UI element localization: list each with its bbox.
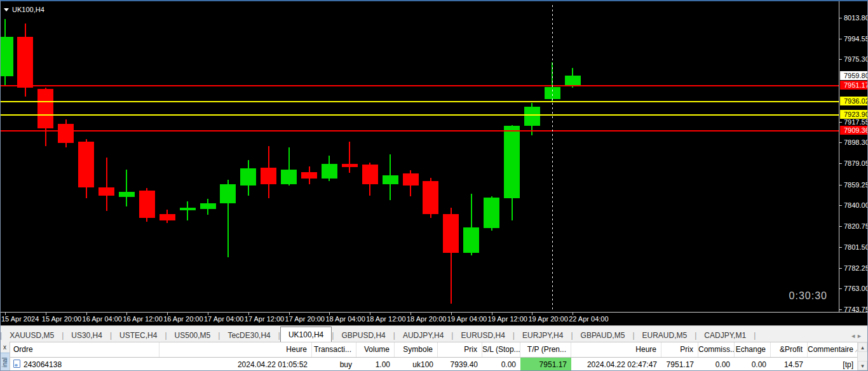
column-header-0[interactable]: Ordre bbox=[10, 342, 159, 357]
order-cell-3: 1.00 bbox=[356, 358, 395, 371]
time-axis-label: 18 Apr 04:00 bbox=[325, 315, 365, 323]
order-row[interactable]: 2430641382024.04.22 01:05:52buy1.00uk100… bbox=[10, 358, 858, 371]
column-header-12[interactable]: &Profit bbox=[771, 342, 808, 357]
column-header-6[interactable]: S/L (Stop... bbox=[482, 342, 520, 357]
column-header-5[interactable]: Prix bbox=[438, 342, 482, 357]
chart-tab-tecde30-h4[interactable]: TecDE30,H4 bbox=[220, 328, 278, 342]
candle-body bbox=[0, 37, 13, 76]
column-header-10[interactable]: Commiss... bbox=[698, 342, 735, 357]
chart-tab-us30-h4[interactable]: US30,H4 bbox=[64, 328, 110, 342]
order-cell-8: 2024.04.22 02:47:47 bbox=[571, 358, 661, 371]
price-axis-tick bbox=[839, 205, 842, 206]
time-axis-label: 18 Apr 20:00 bbox=[407, 315, 446, 323]
chart-tab-eurjpy-h4[interactable]: EURJPY,H4 bbox=[515, 328, 571, 342]
dropdown-triangle-icon bbox=[4, 8, 9, 11]
column-header-3[interactable]: Volume bbox=[356, 342, 395, 357]
chart-symbol-label: UK100,H4 bbox=[4, 6, 44, 13]
order-cell-12: 14.57 bbox=[771, 358, 808, 371]
column-header-13[interactable]: Commentaire ⟋ bbox=[808, 342, 858, 357]
price-level-line[interactable] bbox=[0, 85, 839, 86]
column-header-1[interactable]: Heure bbox=[159, 342, 312, 357]
column-header-9[interactable]: Prix bbox=[661, 342, 698, 357]
time-axis-label: 16 Apr 04:00 bbox=[83, 315, 122, 323]
column-header-2[interactable]: Transacti... bbox=[312, 342, 356, 357]
candle-wick bbox=[187, 201, 188, 220]
order-cell-0: 243064138 bbox=[10, 358, 159, 371]
candle-body bbox=[159, 214, 175, 220]
column-header-4[interactable]: Symbole bbox=[395, 342, 438, 357]
candle-body bbox=[322, 164, 337, 179]
terminal-scrollbar[interactable]: ▲ ▼ bbox=[857, 342, 868, 371]
candle-body bbox=[443, 214, 459, 253]
chart-tab-uk100-h4[interactable]: UK100,H4 bbox=[280, 327, 332, 342]
price-axis-tick bbox=[839, 247, 842, 248]
candlestick-chart[interactable]: UK100,H4 0:30:30 bbox=[0, 0, 839, 312]
chart-tab-cadjpy-m1[interactable]: CADJPY,M1 bbox=[696, 328, 754, 342]
chart-tab-us500-m5[interactable]: US500,M5 bbox=[167, 328, 219, 342]
tab-scroll-icon[interactable]: ◄► bbox=[850, 333, 863, 339]
order-cell-1: 2024.04.22 01:05:52 bbox=[159, 358, 312, 371]
chart-tab-audjpy-h4[interactable]: AUDJPY,H4 bbox=[395, 328, 451, 342]
column-header-11[interactable]: Echange bbox=[735, 342, 771, 357]
candle-body bbox=[403, 173, 419, 186]
price-tag: 7909.36 bbox=[840, 126, 868, 135]
time-axis-label: 15 Apr 20:00 bbox=[42, 315, 81, 323]
time-axis-label: 22 Apr 04:00 bbox=[569, 315, 608, 323]
time-axis-label: 19 Apr 20:00 bbox=[528, 315, 567, 323]
candle-body bbox=[423, 181, 438, 214]
period-separator-line bbox=[552, 5, 553, 312]
price-tag: 7936.02 bbox=[840, 97, 868, 105]
candle-body bbox=[58, 124, 74, 143]
order-cell-4: uk100 bbox=[395, 358, 438, 371]
terminal-panel: x inal OrdreHeureTransacti...VolumeSymbo… bbox=[0, 342, 868, 371]
order-cell-2: buy bbox=[312, 358, 356, 371]
price-axis-tick bbox=[839, 59, 842, 60]
chart-tab-eurusd-h4[interactable]: EURUSD,H4 bbox=[453, 328, 512, 342]
price-axis-label: 7859.25 bbox=[844, 181, 868, 189]
price-level-line[interactable] bbox=[0, 130, 839, 132]
order-cell-5: 7939.40 bbox=[438, 358, 482, 371]
time-axis-label: 16 Apr 12:00 bbox=[123, 315, 162, 323]
order-id: 243064138 bbox=[24, 360, 62, 369]
chart-tab-euraud-m5[interactable]: EURAUD,M5 bbox=[635, 328, 695, 342]
symbol-timeframe-text: UK100,H4 bbox=[12, 6, 44, 13]
orders-table-header: OrdreHeureTransacti...VolumeSymbolePrixS… bbox=[10, 342, 858, 358]
time-axis-label: 19 Apr 04:00 bbox=[447, 315, 487, 323]
time-axis-label: 17 Apr 12:00 bbox=[245, 315, 284, 323]
candle-body bbox=[301, 172, 317, 179]
candle-body bbox=[240, 168, 256, 186]
time-axis[interactable]: 15 Apr 202415 Apr 20:0016 Apr 04:0016 Ap… bbox=[0, 312, 868, 326]
candle-body bbox=[180, 208, 196, 210]
price-axis-label: 7975.30 bbox=[844, 55, 868, 63]
price-axis-tick bbox=[839, 122, 842, 123]
price-axis[interactable]: 8013.807994.557975.307917.557898.307879.… bbox=[839, 0, 868, 312]
chart-tab-xauusd-m5[interactable]: XAUUSD,M5 bbox=[2, 328, 62, 342]
candle-body bbox=[524, 107, 540, 126]
price-axis-tick bbox=[839, 39, 842, 39]
price-axis-label: 7801.50 bbox=[844, 243, 868, 251]
price-axis-tick bbox=[839, 142, 842, 143]
candle-body bbox=[200, 203, 216, 209]
price-axis-label: 7763.00 bbox=[844, 285, 868, 292]
order-cell-6: 0.00 bbox=[482, 358, 520, 371]
price-axis-label: 8013.80 bbox=[844, 14, 868, 22]
column-header-8[interactable]: Heure bbox=[571, 342, 661, 357]
candle-body bbox=[281, 170, 297, 184]
candle-body bbox=[342, 164, 358, 167]
terminal-close-button[interactable]: x bbox=[1, 343, 9, 351]
trading-terminal-window: UK100,H4 0:30:30 8013.807994.557975.3079… bbox=[0, 0, 868, 371]
price-axis-tick bbox=[839, 226, 842, 227]
price-level-line[interactable] bbox=[0, 114, 839, 116]
scroll-up-button[interactable]: ▲ bbox=[858, 342, 867, 352]
column-header-7[interactable]: T/P (Pren... bbox=[520, 342, 571, 357]
chart-tab-gbpusd-h4[interactable]: GBPUSD,H4 bbox=[334, 328, 393, 342]
terminal-vertical-tab[interactable]: inal bbox=[0, 353, 10, 371]
price-axis-tick bbox=[839, 309, 842, 310]
price-axis-tick bbox=[839, 18, 842, 18]
price-axis-label: 7898.30 bbox=[844, 138, 868, 146]
scroll-down-button[interactable]: ▼ bbox=[858, 361, 867, 370]
price-axis-tick bbox=[839, 268, 842, 269]
chart-tab-gbpaud-m5[interactable]: GBPAUD,M5 bbox=[573, 328, 633, 342]
chart-tab-ustec-h4[interactable]: USTEC,H4 bbox=[112, 328, 165, 342]
price-level-line[interactable] bbox=[0, 101, 839, 102]
